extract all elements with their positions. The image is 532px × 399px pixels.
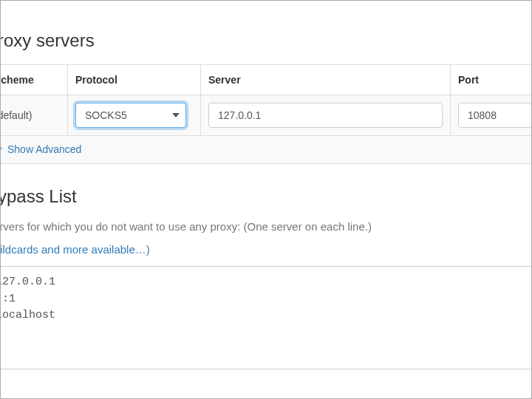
show-advanced-label: Show Advanced xyxy=(7,143,81,155)
port-input[interactable]: 10808 xyxy=(458,103,532,128)
col-header-server: Server xyxy=(201,65,451,95)
col-header-protocol: Protocol xyxy=(68,65,201,95)
col-header-port: Port xyxy=(451,65,533,95)
protocol-select[interactable]: SOCKS5 xyxy=(75,103,186,128)
col-header-scheme: Scheme xyxy=(0,65,68,95)
scheme-cell: (default) xyxy=(0,95,68,136)
protocol-select-value: SOCKS5 xyxy=(85,109,127,121)
port-input-value: 10808 xyxy=(468,109,497,121)
server-input-value: 127.0.0.1 xyxy=(218,109,261,121)
bypass-list-heading: Bypass List xyxy=(0,186,532,207)
chevron-down-icon xyxy=(172,113,180,117)
bypass-list-textarea[interactable]: 127.0.0.1 ::1 localhost xyxy=(0,266,532,369)
bypass-description: Servers for which you do not want to use… xyxy=(0,220,532,233)
proxy-row: (default) SOCKS5 127.0.0.1 xyxy=(0,95,532,136)
proxy-table: Scheme Protocol Server Port (default) SO… xyxy=(0,64,532,164)
show-advanced-toggle[interactable]: Show Advanced xyxy=(0,143,81,155)
wildcards-link[interactable]: (Wildcards and more available…) xyxy=(0,243,150,256)
server-input[interactable]: 127.0.0.1 xyxy=(208,103,443,128)
chevron-down-icon xyxy=(0,145,3,154)
proxy-servers-heading: Proxy servers xyxy=(0,30,532,51)
